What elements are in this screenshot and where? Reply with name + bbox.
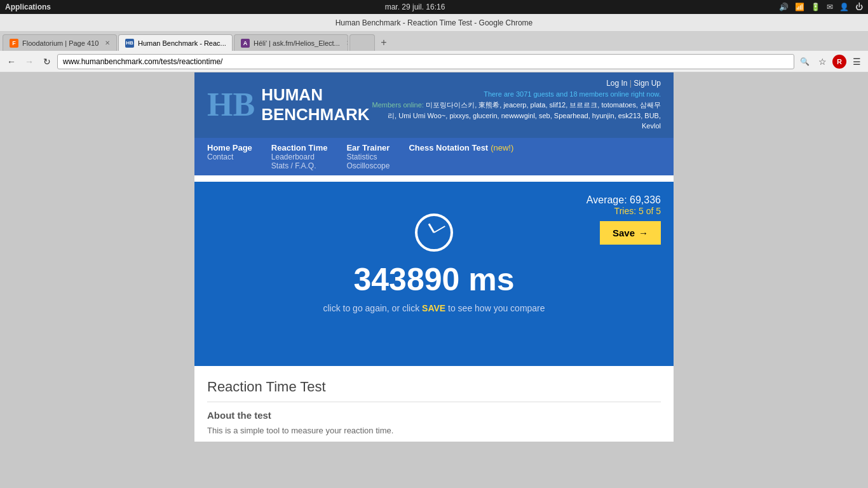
volume-icon: 🔊 xyxy=(779,3,789,11)
tab-favicon-1: F xyxy=(10,39,18,48)
os-bar: Applications mar. 29 juil. 16:16 🔊 📶 🔋 ✉… xyxy=(0,0,868,14)
section-divider xyxy=(207,402,661,402)
members-label: Members online: xyxy=(372,101,424,109)
profile-icon[interactable]: R xyxy=(832,55,846,69)
nav-homepage[interactable]: Home Page xyxy=(207,143,252,152)
mail-icon: ✉ xyxy=(827,3,833,11)
logo-text: HUMAN BENCHMARK xyxy=(261,85,369,125)
tab-askfm[interactable]: A Héli' | ask.fm/Helios_Elect... ✕ xyxy=(234,34,348,51)
signup-link[interactable]: Sign Up xyxy=(634,79,661,88)
nav-col-chess: Chess Notation Test (new!) xyxy=(409,143,513,170)
test-stats: Average: 69,336 Tries: 5 of 5 Save → xyxy=(587,194,661,245)
test-save-link[interactable]: SAVE xyxy=(422,303,445,313)
tab-label-2: Human Benchmark - Reac... xyxy=(138,39,226,47)
save-arrow-icon: → xyxy=(639,227,648,238)
site-header: HB HUMAN BENCHMARK Log In | Sign Up Ther… xyxy=(194,72,674,138)
clock-hand-minute xyxy=(434,226,445,233)
tab-close-1[interactable]: ✕ xyxy=(105,39,110,46)
user-icon: 👤 xyxy=(839,3,849,11)
test-area[interactable]: Average: 69,336 Tries: 5 of 5 Save → 343… xyxy=(194,182,674,366)
tab-empty[interactable] xyxy=(349,34,375,51)
login-link[interactable]: Log In xyxy=(606,79,627,88)
logo-line2: BENCHMARK xyxy=(261,105,369,125)
tab-bar: F Floodatorium | Page 410 ✕ HB Human Ben… xyxy=(0,32,868,51)
tab-label-3: Héli' | ask.fm/Helios_Elect... xyxy=(254,39,340,47)
window-title: Human Benchmark - Reaction Time Test - G… xyxy=(336,18,533,27)
bookmark-icon[interactable]: ☆ xyxy=(815,54,830,69)
test-message: click to go again, or click SAVE to see … xyxy=(207,303,661,313)
header-members-line: Members online: 미포링다이스키, 東熊希, jeacerp, p… xyxy=(370,100,661,132)
site-nav: Home Page Contact Reaction Time Leaderbo… xyxy=(194,138,674,175)
tab-floodatorium[interactable]: F Floodatorium | Page 410 ✕ xyxy=(3,34,117,51)
nav-oscilloscope[interactable]: Oscilloscope xyxy=(346,161,390,170)
battery-icon: 🔋 xyxy=(811,3,820,11)
logo-line1: HUMAN xyxy=(261,85,369,105)
tab-label-1: Floodatorium | Page 410 xyxy=(22,39,98,47)
nav-stats-faq[interactable]: Stats / F.A.Q. xyxy=(271,161,328,170)
tab-favicon-3: A xyxy=(241,39,250,48)
nav-col-reaction: Reaction Time Leaderboard Stats / F.A.Q. xyxy=(271,143,328,170)
browser-nav-bar: ← → ↻ 🔍 ☆ R ☰ xyxy=(0,51,868,72)
save-button[interactable]: Save → xyxy=(600,221,661,245)
members-list: 미포링다이스키, 東熊希, jeacerp, plata, slif12, 브르… xyxy=(388,101,661,130)
nav-statistics[interactable]: Statistics xyxy=(346,152,390,161)
back-button[interactable]: ← xyxy=(4,54,19,69)
gap-bar xyxy=(194,175,674,182)
chess-new-badge: (new!) xyxy=(491,143,513,152)
about-subtitle: About the test xyxy=(207,410,661,421)
nav-ear-trainer[interactable]: Ear Trainer xyxy=(346,143,390,152)
logo-area: HB HUMAN BENCHMARK xyxy=(207,85,370,125)
test-message-after: to see how you compare xyxy=(448,303,545,313)
test-message-before: click to go again, or click xyxy=(323,303,419,313)
nav-leaderboard[interactable]: Leaderboard xyxy=(271,152,328,161)
page-content: HB HUMAN BENCHMARK Log In | Sign Up Ther… xyxy=(0,72,868,488)
header-right: Log In | Sign Up There are 3071 guests a… xyxy=(370,79,661,132)
header-guests: There are 3071 guests and 18 members onl… xyxy=(370,90,661,98)
logo-letters: HB xyxy=(207,88,255,121)
site-container: HB HUMAN BENCHMARK Log In | Sign Up Ther… xyxy=(194,72,674,442)
browser-window: Human Benchmark - Reaction Time Test - G… xyxy=(0,14,868,488)
header-auth: Log In | Sign Up xyxy=(370,79,661,88)
new-tab-button[interactable]: + xyxy=(376,34,391,51)
browser-toolbar-icons: 🔍 ☆ R ☰ xyxy=(797,54,864,69)
nav-col-ear: Ear Trainer Statistics Oscilloscope xyxy=(346,143,390,170)
forward-button[interactable]: → xyxy=(22,54,37,69)
network-icon: 📶 xyxy=(795,3,804,11)
tab-favicon-2: HB xyxy=(125,39,134,48)
tab-humanbenchmark[interactable]: HB Human Benchmark - Reac... ✕ xyxy=(118,34,233,51)
title-bar: Human Benchmark - Reaction Time Test - G… xyxy=(0,14,868,32)
menu-icon[interactable]: ☰ xyxy=(849,54,864,69)
section-title: Reaction Time Test xyxy=(207,379,661,395)
about-body: This is a simple tool to measure your re… xyxy=(207,426,661,435)
nav-reaction-time[interactable]: Reaction Time xyxy=(271,143,328,152)
clock-icon xyxy=(415,214,453,252)
below-test: Reaction Time Test About the test This i… xyxy=(194,366,674,442)
tab-close-3[interactable]: ✕ xyxy=(346,39,348,46)
power-icon: ⏻ xyxy=(855,3,863,11)
zoom-icon[interactable]: 🔍 xyxy=(797,54,812,69)
test-result: 343890 ms xyxy=(207,261,661,298)
nav-contact[interactable]: Contact xyxy=(207,152,252,161)
save-label: Save xyxy=(613,227,635,238)
address-bar[interactable] xyxy=(57,54,794,69)
nav-chess-notation[interactable]: Chess Notation Test xyxy=(409,143,488,152)
nav-col-home: Home Page Contact xyxy=(207,143,252,170)
test-average: Average: 69,336 xyxy=(587,194,661,206)
os-applications[interactable]: Applications xyxy=(5,3,51,11)
refresh-button[interactable]: ↻ xyxy=(39,54,55,69)
os-datetime: mar. 29 juil. 16:16 xyxy=(51,3,779,11)
os-systray: 🔊 📶 🔋 ✉ 👤 ⏻ xyxy=(779,3,863,11)
test-tries: Tries: 5 of 5 xyxy=(587,206,661,216)
